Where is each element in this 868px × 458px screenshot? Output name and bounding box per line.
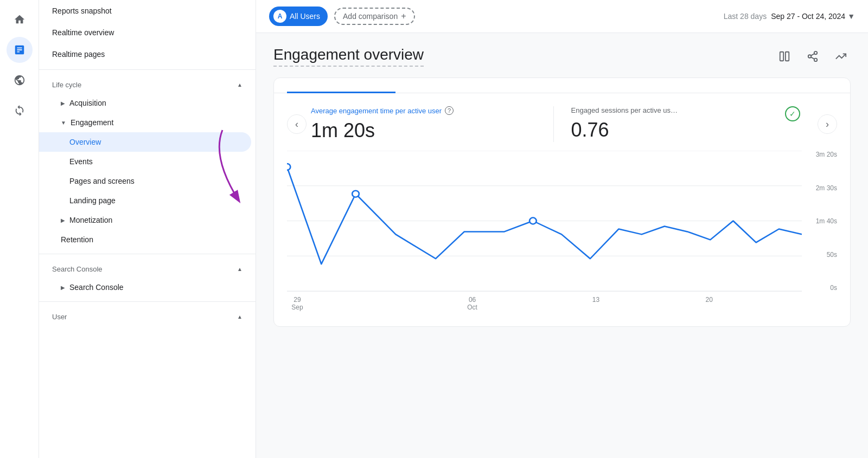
- metric-engaged-sessions-value: 0.76: [571, 119, 678, 141]
- lifecycle-chevron-icon: ▲: [237, 82, 242, 88]
- svg-point-3: [808, 55, 812, 58]
- sidebar-item-acquisition[interactable]: ▶ Acquisition: [39, 93, 256, 113]
- page-header-actions: [775, 47, 851, 66]
- topbar-left: A All Users Add comparison +: [269, 7, 415, 26]
- metric-check-icon[interactable]: ✓: [785, 106, 800, 121]
- sidebar-item-monetization[interactable]: ▶ Monetization: [39, 210, 256, 230]
- metric-avg-engagement-label: Average engagement time per active user …: [311, 106, 540, 115]
- compare-columns-icon[interactable]: [775, 47, 794, 66]
- metric-engaged-sessions: Engaged sessions per active us… 0.76 ✓: [553, 106, 814, 142]
- topbar-right: Last 28 days Sep 27 - Oct 24, 2024 ▼: [724, 12, 855, 21]
- realtime-nav-item[interactable]: [7, 98, 33, 124]
- card-tabs: [274, 78, 850, 93]
- engagement-expand-icon: ▼: [61, 120, 66, 126]
- chart-y-labels: 3m 20s 2m 30s 1m 40s 50s 0s: [805, 151, 837, 292]
- acquisition-expand-icon: ▶: [61, 100, 65, 106]
- all-users-filter[interactable]: A All Users: [269, 7, 328, 26]
- line-chart-svg: [287, 151, 802, 291]
- chart-dot-1: [287, 164, 290, 170]
- date-range-selector[interactable]: Sep 27 - Oct 24, 2024 ▼: [771, 12, 855, 21]
- metrics-next-arrow[interactable]: ›: [818, 114, 837, 134]
- reports-nav-item[interactable]: [7, 67, 33, 93]
- sidebar-item-realtime-overview[interactable]: Realtime overview: [39, 22, 256, 43]
- all-users-avatar: A: [273, 10, 286, 23]
- chart-container: 3m 20s 2m 30s 1m 40s 50s 0s: [287, 151, 837, 313]
- metric-avg-engagement-value: 1m 20s: [311, 119, 540, 142]
- page-header: Engagement overview: [273, 46, 851, 67]
- topbar: A All Users Add comparison + Last 28 day…: [256, 0, 868, 33]
- sidebar-item-overview[interactable]: Overview: [39, 132, 251, 152]
- search-console-section-header[interactable]: Search Console ▲: [39, 259, 256, 278]
- sidebar-item-reports-snapshot[interactable]: Reports snapshot: [39, 0, 256, 22]
- sidebar-item-pages-and-screens[interactable]: Pages and screens: [39, 171, 256, 191]
- trend-icon[interactable]: [831, 47, 851, 66]
- share-icon[interactable]: [803, 47, 822, 66]
- plus-icon: +: [401, 11, 406, 21]
- chart-tab[interactable]: [287, 78, 395, 93]
- sidebar-item-search-console[interactable]: ▶ Search Console: [39, 278, 256, 297]
- monetization-expand-icon: ▶: [61, 217, 65, 223]
- content-area: Engagement overview: [256, 33, 868, 458]
- user-section-header[interactable]: User ▲: [39, 306, 256, 325]
- home-nav-item[interactable]: [7, 7, 33, 33]
- analytics-nav-item[interactable]: [7, 37, 33, 63]
- chart-line: [287, 167, 802, 264]
- card-body: ‹ Average engagement time per active use…: [274, 93, 850, 326]
- sidebar-item-realtime-pages[interactable]: Realtime pages: [39, 43, 256, 65]
- sidebar-item-landing-page[interactable]: Landing page: [39, 191, 256, 210]
- metric-engaged-sessions-label: Engaged sessions per active us…: [571, 106, 678, 114]
- search-console-expand-icon: ▶: [61, 285, 65, 291]
- svg-line-5: [811, 57, 814, 59]
- x-label-oct13: 13: [592, 296, 599, 311]
- chart-svg-area: [287, 151, 802, 292]
- icon-rail: [0, 0, 39, 458]
- sidebar-item-events[interactable]: Events: [39, 152, 256, 171]
- sidebar-item-engagement[interactable]: ▼ Engagement: [39, 113, 256, 132]
- svg-rect-1: [786, 52, 789, 61]
- x-label-oct20: 20: [705, 296, 712, 311]
- engagement-card: ‹ Average engagement time per active use…: [273, 78, 851, 327]
- avg-engagement-help-icon[interactable]: ?: [445, 106, 454, 115]
- sidebar-item-retention[interactable]: Retention: [39, 230, 256, 249]
- x-label-oct06: 06 Oct: [467, 296, 477, 311]
- lifecycle-section-header[interactable]: Life cycle ▲: [39, 74, 256, 93]
- chart-x-labels: 29 Sep 06 Oct 13 20: [287, 292, 802, 313]
- x-label-sep29: 29 Sep: [291, 296, 303, 311]
- svg-rect-0: [780, 52, 783, 61]
- metrics-prev-arrow[interactable]: ‹: [287, 114, 307, 134]
- search-console-chevron-icon: ▲: [237, 266, 242, 272]
- chart-dot-2: [352, 191, 359, 197]
- svg-point-4: [814, 59, 818, 62]
- metric-avg-engagement: Average engagement time per active user …: [311, 106, 553, 142]
- date-dropdown-icon: ▼: [847, 12, 855, 21]
- page-title: Engagement overview: [273, 46, 424, 67]
- add-comparison-button[interactable]: Add comparison +: [334, 8, 415, 25]
- main-content: A All Users Add comparison + Last 28 day…: [256, 0, 868, 458]
- svg-line-6: [811, 54, 814, 56]
- svg-point-2: [814, 51, 818, 55]
- chart-dot-3: [529, 218, 537, 224]
- user-chevron-icon: ▲: [237, 314, 242, 320]
- metrics-nav-row: ‹ Average engagement time per active use…: [287, 106, 837, 142]
- sidebar: Reports snapshot Realtime overview Realt…: [39, 0, 256, 458]
